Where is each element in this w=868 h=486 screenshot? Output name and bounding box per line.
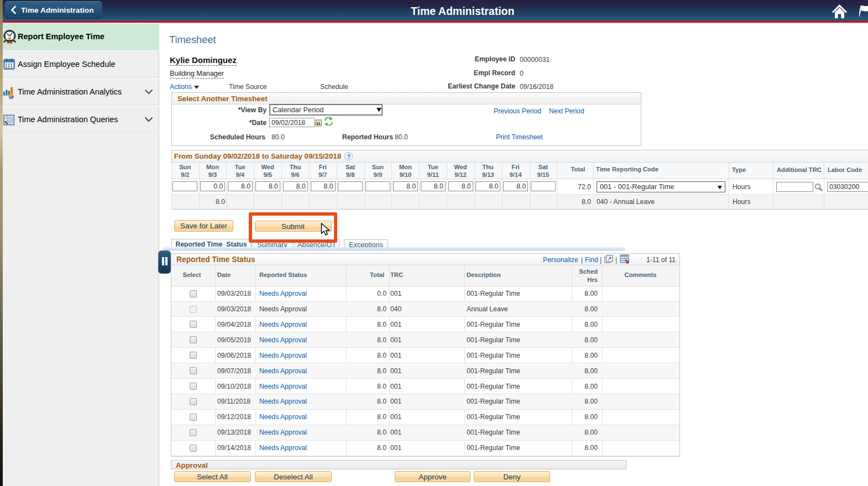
svg-text:31: 31 bbox=[316, 121, 320, 126]
